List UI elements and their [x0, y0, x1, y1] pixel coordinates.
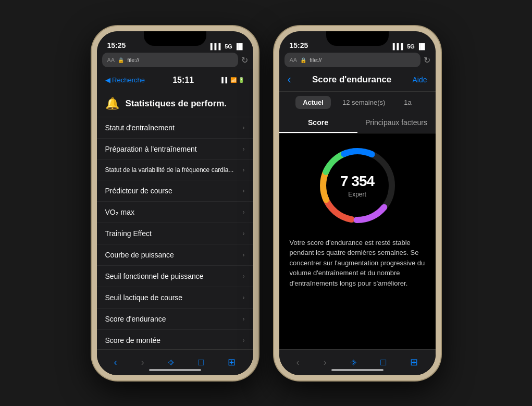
phone-1: 15:25 ▌▌▌ 5G ▐█ AA 🔒 file:// ↻: [92, 26, 258, 380]
status-time-1: 15:25: [107, 41, 126, 50]
menu-item-label-6: Courbe de puissance: [105, 251, 174, 259]
menu-list: Statut d'entraînement › Préparation à l'…: [97, 117, 253, 373]
chevron-6: ›: [243, 251, 245, 259]
chevron-0: ›: [243, 124, 245, 131]
phone-1-frame: 15:25 ▌▌▌ 5G ▐█ AA 🔒 file:// ↻: [92, 26, 258, 380]
back-link-1[interactable]: ◀ Recherche: [105, 76, 145, 84]
tabs-btn-1[interactable]: ⊞: [224, 352, 240, 372]
signal-bars-1: ▌▌: [221, 77, 229, 83]
inner-time-1: 15:11: [172, 76, 194, 85]
menu-item-3[interactable]: Prédicteur de course ›: [97, 180, 253, 202]
phone1-title: Statistiques de perform.: [126, 99, 227, 109]
screen-content-2: ‹ Score d'endurance Aide Actuel 12 semai…: [279, 69, 436, 375]
safari-bottom-1: ‹ › ⎆ □ ⊞: [97, 349, 253, 375]
forward-btn-nav-2[interactable]: ›: [319, 353, 331, 372]
url-bar-2[interactable]: AA 🔒 file:// ↻: [279, 52, 436, 68]
inner-status-1: ◀ Recherche 15:11 ▌▌ 📶 🔋: [97, 69, 253, 92]
description-area: Votre score d'endurance est resté stable…: [279, 238, 436, 299]
menu-item-4[interactable]: VO₂ max ›: [97, 202, 253, 223]
chevron-10: ›: [243, 337, 245, 344]
menu-item-label-0: Statut d'entraînement: [105, 124, 175, 132]
menu-item-label-4: VO₂ max: [105, 208, 135, 216]
signal-icon-1: ▌▌▌: [211, 43, 222, 50]
time-tab-actuel[interactable]: Actuel: [295, 96, 331, 109]
aa-label-2: AA: [290, 57, 298, 63]
gauge-number: 7 354: [340, 173, 374, 190]
notch-2: [326, 31, 389, 46]
home-indicator-1: [149, 369, 201, 371]
menu-item-label-9: Score d'endurance: [105, 315, 166, 323]
menu-item-5[interactable]: Training Effect ›: [97, 223, 253, 244]
phone-2: 15:25 ▌▌▌ 5G ▐█ AA 🔒 file:// ↻: [274, 26, 441, 380]
menu-item-6[interactable]: Courbe de puissance ›: [97, 244, 253, 266]
gauge-area: 7 354 Expert: [279, 133, 436, 238]
description-text: Votre score d'endurance est resté stable…: [290, 238, 425, 289]
url-text-2: file://: [310, 57, 321, 63]
svg-point-6: [355, 149, 360, 154]
menu-item-label-8: Seuil lactique de course: [105, 293, 183, 302]
back-btn-nav-2[interactable]: ‹: [292, 353, 304, 372]
status-icons-2: ▌▌▌ 5G ▐█: [393, 43, 425, 50]
battery-icon-1: ▐█: [234, 43, 243, 50]
time-tabs: Actuel 12 semaine(s) 1a: [279, 92, 436, 113]
wifi-icon-2: 5G: [407, 43, 415, 50]
phone2-nav: ‹ Score d'endurance Aide: [279, 69, 436, 92]
inner-icons-1: ▌▌ 📶 🔋: [221, 77, 244, 83]
wifi-icon-1: 5G: [225, 43, 232, 50]
menu-item-label-3: Prédicteur de course: [105, 187, 172, 195]
gauge-label: Expert: [340, 191, 374, 198]
chevron-7: ›: [243, 273, 245, 280]
menu-item-label-7: Seuil fonctionnel de puissance: [105, 272, 204, 280]
back-btn-2[interactable]: ‹: [288, 73, 291, 87]
screen-content-1: ◀ Recherche 15:11 ▌▌ 📶 🔋 🔔 Statistiques …: [97, 69, 253, 375]
url-text-1: file://: [127, 57, 139, 63]
signal-icon-2: ▌▌▌: [393, 43, 405, 50]
tab-factors[interactable]: Principaux facteurs: [357, 113, 436, 133]
reload-btn-2[interactable]: ↻: [424, 55, 430, 65]
chevron-4: ›: [243, 208, 245, 216]
menu-item-2[interactable]: Statut de la variabilité de la fréquence…: [97, 160, 253, 180]
time-tab-12w[interactable]: 12 semaine(s): [335, 96, 392, 109]
menu-item-label-5: Training Effect: [105, 229, 152, 238]
phone1-header: 🔔 Statistiques de perform.: [97, 92, 253, 117]
menu-item-label-1: Préparation à l'entraînement: [105, 145, 197, 153]
bell-icon: 🔔: [105, 97, 119, 110]
url-field-2[interactable]: AA 🔒 file://: [284, 53, 420, 67]
menu-item-7[interactable]: Seuil fonctionnel de puissance ›: [97, 266, 253, 287]
menu-item-10[interactable]: Score de montée ›: [97, 330, 253, 351]
notch-1: [144, 31, 206, 46]
gauge-container: 7 354 Expert: [316, 144, 399, 227]
phone2-nav-title: Score d'endurance: [312, 75, 391, 85]
home-indicator-2: [331, 369, 383, 371]
phone-2-frame: 15:25 ▌▌▌ 5G ▐█ AA 🔒 file:// ↻: [274, 26, 441, 380]
chevron-8: ›: [243, 294, 245, 301]
battery-inner-1: 🔋: [238, 77, 244, 83]
phone-1-screen: 15:25 ▌▌▌ 5G ▐█ AA 🔒 file:// ↻: [97, 31, 253, 375]
menu-item-8[interactable]: Seuil lactique de course ›: [97, 287, 253, 309]
tabs-btn-2[interactable]: ⊞: [406, 352, 422, 372]
chevron-3: ›: [243, 187, 245, 194]
forward-btn-1[interactable]: ›: [137, 353, 149, 372]
wifi-icon-inner-1: 📶: [230, 77, 237, 83]
help-btn-2[interactable]: Aide: [412, 76, 427, 84]
menu-item-1[interactable]: Préparation à l'entraînement ›: [97, 139, 253, 160]
chevron-2: ›: [243, 166, 245, 174]
aa-label-1: AA: [107, 57, 115, 63]
time-tab-1a[interactable]: 1a: [397, 96, 418, 109]
menu-item-9[interactable]: Score d'endurance ›: [97, 309, 253, 330]
battery-icon-2: ▐█: [417, 43, 425, 50]
reload-btn-1[interactable]: ↻: [241, 55, 248, 65]
menu-item-label-10: Score de montée: [105, 336, 161, 345]
url-field-1[interactable]: AA 🔒 file://: [102, 53, 238, 67]
back-btn-1[interactable]: ‹: [110, 353, 121, 372]
chevron-5: ›: [243, 230, 245, 237]
tab-score[interactable]: Score: [279, 113, 357, 133]
score-tabs: Score Principaux facteurs: [279, 113, 436, 133]
status-time-2: 15:25: [290, 41, 308, 50]
menu-item-0[interactable]: Statut d'entraînement ›: [97, 117, 253, 139]
gauge-value: 7 354 Expert: [340, 173, 374, 198]
lock-icon-1: 🔒: [118, 57, 124, 63]
safari-bottom-2: ‹ › ⎆ □ ⊞: [279, 349, 436, 375]
url-bar-1[interactable]: AA 🔒 file:// ↻: [97, 52, 253, 68]
menu-item-label-2: Statut de la variabilité de la fréquence…: [105, 166, 234, 174]
